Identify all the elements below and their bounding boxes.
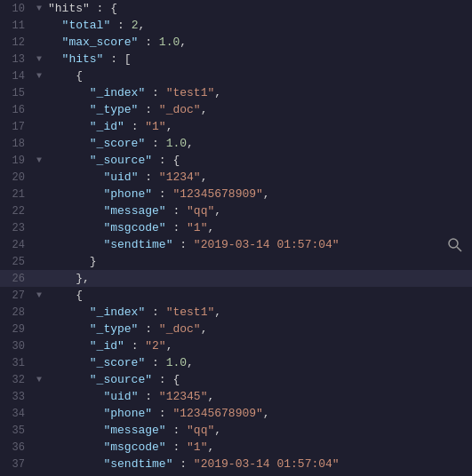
table-row: 35 "message" : "qq",	[0, 422, 472, 439]
code-content: "hits" : {	[44, 0, 117, 17]
fold-arrow[interactable]	[34, 4, 44, 13]
table-row: 18 "_score" : 1.0,	[0, 135, 472, 152]
code-content: "_type" : "_doc",	[44, 321, 207, 337]
code-content: "phone" : "12345678909",	[44, 405, 270, 422]
line-number: 34	[0, 405, 34, 422]
table-row: 36 "msgcode" : "1",	[0, 439, 472, 456]
line-number: 36	[0, 439, 34, 456]
table-row: 34 "phone" : "12345678909",	[0, 405, 472, 422]
line-number: 27	[0, 287, 34, 304]
table-row: 16 "_type" : "_doc",	[0, 101, 472, 118]
code-content: "_index" : "test1",	[44, 84, 221, 101]
table-row: 38 }	[0, 472, 472, 476]
line-number: 22	[0, 202, 34, 219]
code-content: "msgcode" : "1",	[44, 439, 214, 456]
line-number: 13	[0, 51, 34, 67]
table-row: 25 }	[0, 253, 472, 270]
code-content: "message" : "qq",	[44, 422, 221, 439]
table-row: 13 "hits" : [	[0, 51, 472, 67]
table-row: 11 "total" : 2,	[0, 17, 472, 34]
code-content: }	[44, 472, 97, 476]
fold-arrow[interactable]	[34, 375, 44, 385]
line-number: 20	[0, 169, 34, 186]
line-number: 10	[0, 0, 34, 17]
line-number: 38	[0, 472, 34, 476]
line-number: 31	[0, 354, 34, 371]
line-number: 35	[0, 422, 34, 439]
line-number: 16	[0, 101, 34, 118]
code-content: "uid" : "1234",	[44, 169, 207, 186]
code-content: "_source" : {	[44, 371, 180, 388]
table-row: 21 "phone" : "12345678909",	[0, 186, 472, 202]
code-content: "_index" : "test1",	[44, 304, 221, 321]
table-row: 22 "message" : "qq",	[0, 202, 472, 219]
line-number: 14	[0, 67, 34, 84]
code-content: "uid" : "12345",	[44, 388, 214, 405]
line-number: 19	[0, 152, 34, 169]
code-content: "_id" : "1",	[44, 118, 172, 135]
line-number: 32	[0, 371, 34, 388]
table-row: 31 "_score" : 1.0,	[0, 354, 472, 371]
code-content: "sendtime" : "2019-03-14 01:57:04"	[44, 456, 340, 472]
code-content: "phone" : "12345678909",	[44, 186, 270, 202]
code-content: "_score" : 1.0,	[44, 354, 194, 371]
line-number: 37	[0, 456, 34, 472]
code-content: {	[44, 287, 83, 304]
fold-arrow[interactable]	[34, 71, 44, 81]
code-content: "_score" : 1.0,	[44, 135, 194, 152]
code-content: "max_score" : 1.0,	[44, 34, 187, 51]
table-row: 20 "uid" : "1234",	[0, 169, 472, 186]
line-number: 29	[0, 321, 34, 337]
fold-arrow[interactable]	[34, 54, 44, 64]
line-number: 17	[0, 118, 34, 135]
table-row: 26 },	[0, 270, 472, 287]
line-number: 12	[0, 34, 34, 51]
table-row: 29 "_type" : "_doc",	[0, 321, 472, 337]
line-number: 26	[0, 270, 34, 287]
table-row: 10"hits" : {	[0, 0, 472, 17]
line-number: 11	[0, 17, 34, 34]
code-content: "msgcode" : "1",	[44, 219, 214, 236]
code-editor: 10"hits" : {11 "total" : 2,12 "max_score…	[0, 0, 472, 476]
svg-line-1	[457, 247, 461, 251]
fold-arrow[interactable]	[34, 290, 44, 300]
line-number: 15	[0, 84, 34, 101]
code-content: "hits" : [	[44, 51, 132, 67]
code-content: "total" : 2,	[44, 17, 145, 34]
search-icon[interactable]	[447, 237, 463, 253]
table-row: 23 "msgcode" : "1",	[0, 219, 472, 236]
code-content: {	[44, 67, 83, 84]
code-content: }	[44, 253, 97, 270]
fold-arrow[interactable]	[34, 155, 44, 165]
code-content: "sendtime" : "2019-03-14 01:57:04"	[44, 236, 340, 253]
table-row: 19 "_source" : {	[0, 152, 472, 169]
line-number: 23	[0, 219, 34, 236]
table-row: 27 {	[0, 287, 472, 304]
table-row: 14 {	[0, 67, 472, 84]
table-row: 15 "_index" : "test1",	[0, 84, 472, 101]
line-number: 18	[0, 135, 34, 152]
table-row: 24 "sendtime" : "2019-03-14 01:57:04"	[0, 236, 472, 253]
line-number: 24	[0, 236, 34, 253]
line-number: 28	[0, 304, 34, 321]
table-row: 33 "uid" : "12345",	[0, 388, 472, 405]
table-row: 30 "_id" : "2",	[0, 337, 472, 354]
line-number: 25	[0, 253, 34, 270]
table-row: 12 "max_score" : 1.0,	[0, 34, 472, 51]
code-content: "_id" : "2",	[44, 337, 172, 354]
code-lines: 10"hits" : {11 "total" : 2,12 "max_score…	[0, 0, 472, 476]
line-number: 33	[0, 388, 34, 405]
table-row: 17 "_id" : "1",	[0, 118, 472, 135]
line-number: 21	[0, 186, 34, 202]
code-content: "_source" : {	[44, 152, 180, 169]
table-row: 28 "_index" : "test1",	[0, 304, 472, 321]
svg-point-0	[449, 239, 458, 248]
code-content: "_type" : "_doc",	[44, 101, 207, 118]
line-number: 30	[0, 337, 34, 354]
table-row: 37 "sendtime" : "2019-03-14 01:57:04"	[0, 456, 472, 472]
table-row: 32 "_source" : {	[0, 371, 472, 388]
code-content: "message" : "qq",	[44, 202, 221, 219]
code-content: },	[44, 270, 90, 287]
